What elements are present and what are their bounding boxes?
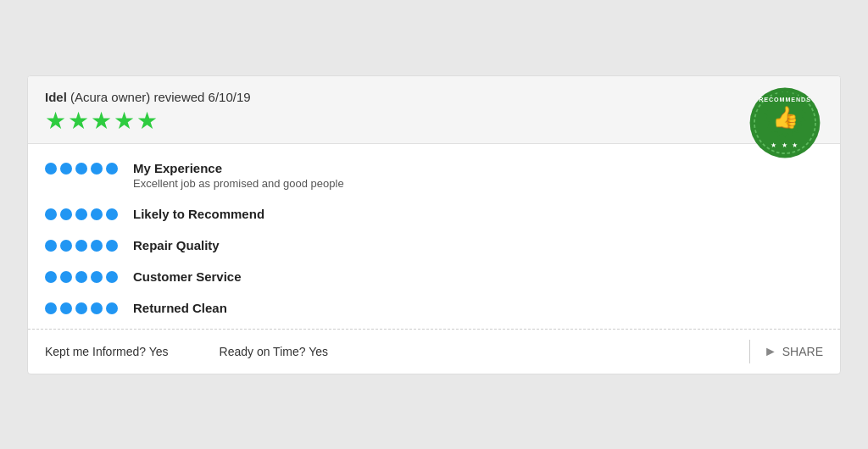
reviewer-line: Idel (Acura owner) reviewed 6/10/19: [45, 90, 823, 104]
dot-returned-clean-1: [45, 302, 57, 314]
kept-informed: Kept me Informed? Yes: [45, 345, 169, 358]
rating-label-likely-to-recommend: Likely to Recommend: [133, 207, 264, 221]
svg-text:👍: 👍: [772, 103, 799, 130]
card-header: Idel (Acura owner) reviewed 6/10/19 ★ ★ …: [28, 76, 840, 144]
dots-repair-quality: [45, 240, 118, 252]
dot-likely-to-recommend-3: [75, 208, 87, 220]
rating-text-repair-quality: Repair Quality: [133, 238, 220, 252]
svg-text:★ ★ ★: ★ ★ ★: [771, 141, 800, 148]
kept-informed-value: Yes: [149, 345, 169, 358]
dot-returned-clean-3: [75, 302, 87, 314]
rating-text-likely-to-recommend: Likely to Recommend: [133, 207, 264, 221]
recommends-badge: 👍 RECOMMENDS ★ ★ ★: [747, 85, 823, 161]
ready-on-time-value: Yes: [309, 345, 328, 358]
footer-divider: [749, 340, 750, 363]
rating-text-customer-service: Customer Service: [133, 269, 242, 284]
rating-label-customer-service: Customer Service: [133, 269, 242, 284]
dot-customer-service-4: [91, 271, 103, 283]
rating-label-my-experience: My Experience: [133, 161, 344, 175]
dots-customer-service: [45, 271, 118, 283]
dots-returned-clean: [45, 302, 118, 314]
dot-repair-quality-2: [60, 240, 72, 252]
dot-customer-service-2: [60, 271, 72, 283]
dot-customer-service-3: [75, 271, 87, 283]
rating-label-returned-clean: Returned Clean: [133, 301, 227, 315]
dot-repair-quality-1: [45, 240, 57, 252]
rating-text-my-experience: My ExperienceExcellent job as promised a…: [133, 161, 344, 190]
share-icon: ►: [764, 344, 777, 359]
card-body: My ExperienceExcellent job as promised a…: [28, 144, 840, 324]
ready-on-time: Ready on Time? Yes: [220, 345, 328, 358]
review-card: Idel (Acura owner) reviewed 6/10/19 ★ ★ …: [27, 75, 841, 374]
star-3: ★: [91, 109, 112, 133]
dot-my-experience-4: [91, 163, 103, 175]
rating-row-my-experience: My ExperienceExcellent job as promised a…: [45, 152, 823, 198]
share-label: SHARE: [782, 345, 823, 358]
star-5: ★: [136, 109, 158, 133]
rating-label-repair-quality: Repair Quality: [133, 238, 220, 252]
dot-repair-quality-4: [91, 240, 103, 252]
star-1: ★: [45, 109, 66, 133]
rating-row-customer-service: Customer Service: [45, 261, 823, 292]
kept-informed-label: Kept me Informed?: [45, 345, 149, 358]
card-footer: Kept me Informed? Yes Ready on Time? Yes…: [28, 329, 840, 374]
dot-likely-to-recommend-4: [91, 208, 103, 220]
dot-customer-service-1: [45, 271, 57, 283]
rating-row-returned-clean: Returned Clean: [45, 292, 823, 324]
star-2: ★: [68, 109, 89, 133]
dot-returned-clean-5: [106, 302, 118, 314]
ready-on-time-label: Ready on Time?: [220, 345, 309, 358]
rating-row-likely-to-recommend: Likely to Recommend: [45, 198, 823, 230]
star-4: ★: [114, 109, 135, 133]
share-button[interactable]: ► SHARE: [764, 344, 823, 359]
dot-my-experience-3: [75, 163, 87, 175]
rating-text-returned-clean: Returned Clean: [133, 301, 227, 315]
dot-likely-to-recommend-1: [45, 208, 57, 220]
dots-likely-to-recommend: [45, 208, 118, 220]
dots-my-experience: [45, 163, 118, 175]
svg-text:RECOMMENDS: RECOMMENDS: [759, 95, 811, 103]
reviewer-name: Idel: [45, 90, 67, 104]
dot-my-experience-1: [45, 163, 57, 175]
dot-repair-quality-3: [75, 240, 87, 252]
dot-likely-to-recommend-2: [60, 208, 72, 220]
star-rating: ★ ★ ★ ★ ★: [45, 109, 823, 133]
dot-repair-quality-5: [106, 240, 118, 252]
dot-returned-clean-2: [60, 302, 72, 314]
dot-my-experience-5: [106, 163, 118, 175]
dot-my-experience-2: [60, 163, 72, 175]
reviewer-detail: (Acura owner) reviewed 6/10/19: [70, 90, 251, 104]
rating-description-my-experience: Excellent job as promised and good peopl…: [133, 177, 344, 190]
dot-returned-clean-4: [91, 302, 103, 314]
dot-likely-to-recommend-5: [106, 208, 118, 220]
rating-row-repair-quality: Repair Quality: [45, 230, 823, 261]
dot-customer-service-5: [106, 271, 118, 283]
